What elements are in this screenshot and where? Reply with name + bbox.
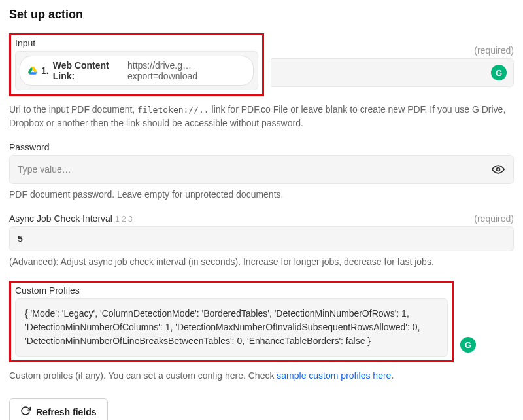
custom-value: { 'Mode': 'Legacy', 'ColumnDetectionMode… xyxy=(25,308,420,346)
highlight-input: Input 1. Web Content Link: https://drive… xyxy=(9,33,264,96)
eye-icon[interactable] xyxy=(491,162,505,177)
password-label: Password xyxy=(9,142,49,152)
custom-label: Custom Profiles xyxy=(15,285,448,296)
refresh-icon xyxy=(20,406,31,418)
custom-input[interactable]: { 'Mode': 'Legacy', 'ColumnDetectionMode… xyxy=(15,298,448,357)
async-label: Async Job Check Interval1 2 3 xyxy=(9,213,133,224)
svg-point-3 xyxy=(497,168,500,171)
input-pill[interactable]: 1. Web Content Link: https://drive.g…exp… xyxy=(20,56,254,86)
input-label: Input xyxy=(15,38,258,48)
page-title: Set up action xyxy=(9,8,514,22)
async-input[interactable]: 5 xyxy=(9,226,514,251)
async-helper: (Advanced): Adjust async job check inter… xyxy=(9,255,514,269)
refresh-fields-button[interactable]: Refresh fields xyxy=(9,398,108,420)
custom-helper: Custom profiles (if any). You can set a … xyxy=(9,369,514,383)
input-url-field[interactable]: 1. Web Content Link: https://drive.g…exp… xyxy=(15,51,258,90)
async-value: 5 xyxy=(18,234,23,244)
password-placeholder: Type value… xyxy=(18,164,71,175)
grammarly-icon-2[interactable]: G xyxy=(460,337,476,353)
pill-url: https://drive.g…export=download xyxy=(127,60,245,81)
field-custom: Custom Profiles { 'Mode': 'Legacy', 'Col… xyxy=(9,281,514,383)
field-async: Async Job Check Interval1 2 3 (required)… xyxy=(9,213,514,269)
pill-step: 1. xyxy=(41,65,49,76)
svg-marker-2 xyxy=(29,72,37,75)
grammarly-icon[interactable]: G xyxy=(491,65,507,80)
password-helper: PDF document password. Leave empty for u… xyxy=(9,188,514,201)
password-input[interactable]: Type value… xyxy=(9,155,514,184)
highlight-custom: Custom Profiles { 'Mode': 'Legacy', 'Col… xyxy=(9,281,454,362)
gdrive-icon xyxy=(28,67,37,75)
input-required: (required) xyxy=(474,45,514,56)
sample-profiles-link[interactable]: sample custom profiles here xyxy=(277,370,391,381)
input-helper: Url to the input PDF document, filetoken… xyxy=(9,103,514,130)
field-password: Password Type value… PDF document passwo… xyxy=(9,142,514,201)
pill-label: Web Content Link: xyxy=(53,60,124,81)
refresh-label: Refresh fields xyxy=(36,407,97,417)
async-required: (required) xyxy=(474,213,514,224)
field-input: Input 1. Web Content Link: https://drive… xyxy=(9,33,514,130)
